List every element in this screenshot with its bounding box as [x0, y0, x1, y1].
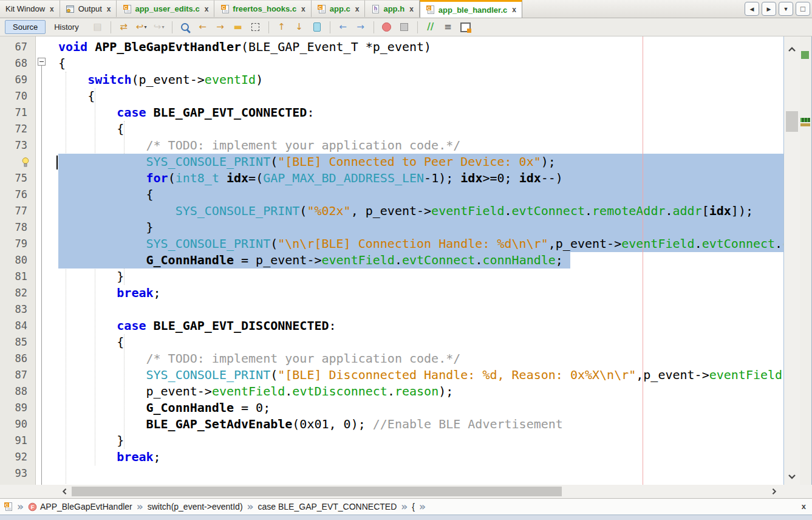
- gutter-line-86[interactable]: 86: [0, 351, 35, 367]
- gutter-line-80[interactable]: 80: [0, 252, 35, 269]
- gutter-line-85[interactable]: 85: [0, 334, 35, 351]
- code-area[interactable]: void APP_BleGapEvtHandler(BLE_GAP_Event_…: [58, 39, 783, 482]
- file-status-ok-indicator[interactable]: [801, 51, 809, 59]
- code-line-73[interactable]: /* TODO: implement your application code…: [58, 137, 783, 154]
- code-line-70[interactable]: {: [58, 88, 783, 104]
- tab-kit-window[interactable]: Kit Windowx: [0, 0, 60, 17]
- gutter-line-71[interactable]: 71: [0, 104, 35, 121]
- tab-freertos-hooks-c[interactable]: Cfreertos_hooks.cx: [214, 0, 311, 17]
- horizontal-scrollbar[interactable]: [0, 485, 812, 498]
- code-line-78[interactable]: }: [58, 219, 783, 236]
- tab-app-user-edits-c[interactable]: Capp_user_edits.cx: [117, 0, 214, 17]
- toggle-bookmark-icon[interactable]: [309, 20, 325, 35]
- gutter-line-68[interactable]: 68: [0, 55, 35, 72]
- gutter-line-84[interactable]: 84: [0, 318, 35, 334]
- toggle-highlight-icon[interactable]: ▬: [230, 20, 246, 35]
- fold-collapse-icon[interactable]: [38, 58, 46, 66]
- tab-close-icon[interactable]: x: [512, 6, 516, 13]
- tab-close-icon[interactable]: x: [50, 5, 54, 13]
- tab-close-icon[interactable]: x: [355, 5, 360, 13]
- code-line-90[interactable]: BLE_GAP_SetAdvEnable(0x01, 0); //Enable …: [58, 416, 783, 433]
- code-line-91[interactable]: }: [58, 433, 783, 449]
- gutter-line-81[interactable]: 81: [0, 269, 35, 285]
- code-line-81[interactable]: }: [58, 269, 783, 285]
- code-line-72[interactable]: {: [58, 121, 783, 137]
- occurrence-mark[interactable]: [800, 118, 810, 122]
- find-previous-icon[interactable]: ←: [195, 20, 211, 35]
- tab-app-ble-handler-c[interactable]: Capp_ble_handler.cx: [420, 0, 522, 18]
- code-line-76[interactable]: {: [58, 186, 783, 203]
- previous-bookmark-icon[interactable]: ↑: [274, 20, 290, 35]
- gutter-line-79[interactable]: 79: [0, 236, 35, 252]
- gutter-line-75[interactable]: 75: [0, 170, 35, 186]
- gutter-line-70[interactable]: 70: [0, 88, 35, 104]
- gutter-line-67[interactable]: 67: [0, 39, 35, 55]
- last-edit-position-icon[interactable]: ⇄: [116, 20, 132, 35]
- gutter-line-90[interactable]: 90: [0, 416, 35, 433]
- gutter-line-78[interactable]: 78: [0, 219, 35, 236]
- scroll-right-icon[interactable]: [770, 488, 779, 495]
- code-line-87[interactable]: SYS_CONSOLE_PRINT("[BLE] Disconnected Ha…: [58, 367, 783, 383]
- find-selection-icon[interactable]: [177, 20, 193, 35]
- gutter-line-73[interactable]: 73: [0, 137, 35, 154]
- gutter-line-72[interactable]: 72: [0, 121, 35, 137]
- code-line-80[interactable]: G_ConnHandle = p_event->eventField.evtCo…: [58, 252, 783, 269]
- rectangular-selection-icon[interactable]: [248, 20, 264, 35]
- gutter-line-89[interactable]: 89: [0, 400, 35, 416]
- tab-output[interactable]: Outputx: [60, 0, 117, 17]
- gutter-line-93[interactable]: 93: [0, 465, 35, 482]
- maximize-window-button[interactable]: □: [796, 2, 810, 16]
- forward-icon[interactable]: ↪▾: [151, 20, 167, 35]
- code-line-93[interactable]: [58, 465, 783, 482]
- tab-close-icon[interactable]: x: [409, 5, 414, 13]
- back-icon[interactable]: ↩▾: [134, 20, 149, 35]
- scroll-down-icon[interactable]: [788, 474, 796, 480]
- code-line-71[interactable]: case BLE_GAP_EVT_CONNECTED:: [58, 104, 783, 121]
- scroll-left-icon[interactable]: [60, 488, 69, 495]
- code-line-77[interactable]: SYS_CONSOLE_PRINT("%02x", p_event->event…: [58, 203, 783, 219]
- code-line-86[interactable]: /* TODO: implement your application code…: [58, 351, 783, 367]
- next-bookmark-icon[interactable]: ↓: [292, 20, 307, 35]
- breadcrumb-item[interactable]: FAPP_BleGapEvtHandler: [28, 502, 132, 511]
- breadcrumb-item[interactable]: case BLE_GAP_EVT_CONNECTED: [258, 502, 397, 511]
- gutter-line-88[interactable]: 88: [0, 383, 35, 400]
- vertical-scrollbar-thumb[interactable]: [786, 111, 798, 132]
- shift-line-left-icon[interactable]: ←: [335, 20, 351, 35]
- gutter-line-82[interactable]: 82: [0, 285, 35, 301]
- find-next-icon[interactable]: →: [213, 20, 228, 35]
- breadcrumb-close-icon[interactable]: x: [802, 502, 806, 511]
- versioning-sidebar-icon[interactable]: ▤: [90, 20, 106, 35]
- code-line-67[interactable]: void APP_BleGapEvtHandler(BLE_GAP_Event_…: [58, 39, 783, 55]
- scroll-up-icon[interactable]: [788, 46, 796, 52]
- breadcrumb-item[interactable]: switch(p_event->eventId): [148, 502, 243, 511]
- code-line-85[interactable]: {: [58, 334, 783, 351]
- code-line-84[interactable]: case BLE_GAP_EVT_DISCONNECTED:: [58, 318, 783, 334]
- gutter-line-76[interactable]: 76: [0, 186, 35, 203]
- scroll-tabs-left-button[interactable]: ◀: [745, 2, 759, 16]
- code-line-92[interactable]: break;: [58, 449, 783, 465]
- shift-line-right-icon[interactable]: →: [353, 20, 369, 35]
- code-line-74[interactable]: SYS_CONSOLE_PRINT("[BLE] Connected to Pe…: [58, 154, 783, 170]
- code-line-89[interactable]: G_ConnHandle = 0;: [58, 400, 783, 416]
- tab-close-icon[interactable]: x: [107, 5, 111, 13]
- code-line-88[interactable]: p_event->eventField.evtDisconnect.reason…: [58, 383, 783, 400]
- code-line-79[interactable]: SYS_CONSOLE_PRINT("\n\r[BLE] Connection …: [58, 236, 783, 252]
- code-line-68[interactable]: {: [58, 55, 783, 72]
- code-line-75[interactable]: for(int8_t idx=(GAP_MAX_BD_ADDRESS_LEN-1…: [58, 170, 783, 186]
- history-view-button[interactable]: History: [48, 21, 84, 33]
- go-to-header-icon[interactable]: [458, 20, 474, 35]
- code-line-82[interactable]: break;: [58, 285, 783, 301]
- gutter-line-91[interactable]: 91: [0, 433, 35, 449]
- gutter-line-83[interactable]: 83: [0, 301, 35, 318]
- code-line-69[interactable]: switch(p_event->eventId): [58, 72, 783, 88]
- tab-close-icon[interactable]: x: [301, 5, 305, 13]
- tab-list-dropdown-button[interactable]: ▼: [779, 2, 793, 16]
- code-editor[interactable]: 6768697071727375767778798081828384858687…: [0, 36, 783, 485]
- gutter-line-69[interactable]: 69: [0, 72, 35, 88]
- gutter-line-77[interactable]: 77: [0, 203, 35, 219]
- vertical-scrollbar[interactable]: [783, 36, 800, 485]
- source-view-button[interactable]: Source: [5, 20, 46, 34]
- gutter-line-92[interactable]: 92: [0, 449, 35, 465]
- code-line-83[interactable]: [58, 301, 783, 318]
- stop-macro-icon[interactable]: [397, 20, 412, 35]
